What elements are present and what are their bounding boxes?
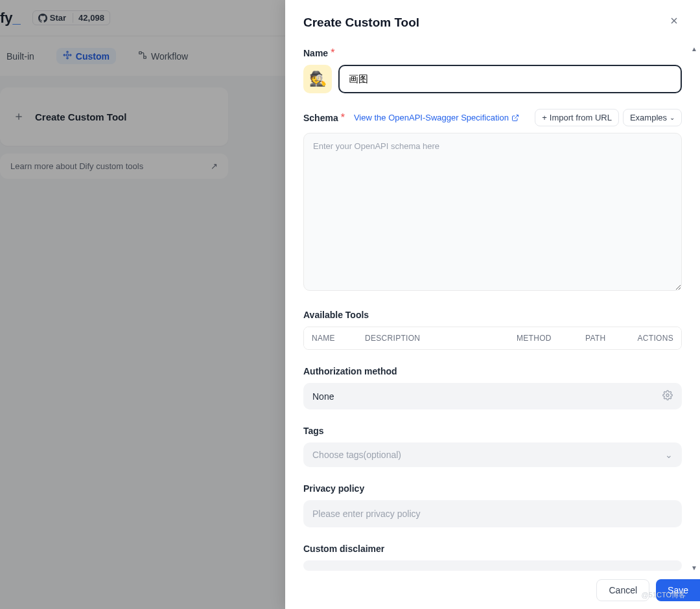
th-description: DESCRIPTION: [365, 334, 517, 343]
available-tools-section: Available Tools NAME DESCRIPTION METHOD …: [303, 309, 682, 350]
disclaimer-section: Custom disclaimer: [303, 543, 682, 571]
tags-selector[interactable]: Choose tags(optional) ⌄: [303, 442, 682, 467]
privacy-policy-input[interactable]: [303, 500, 682, 527]
auth-section: Authorization method None: [303, 365, 682, 409]
tools-table: NAME DESCRIPTION METHOD PATH ACTIONS: [303, 327, 682, 350]
th-path: PATH: [585, 334, 632, 343]
openapi-spec-link[interactable]: View the OpenAPI-Swagger Specification: [354, 113, 519, 122]
svg-line-11: [515, 115, 519, 119]
disclaimer-field[interactable]: [303, 560, 682, 571]
available-tools-label: Available Tools: [303, 310, 369, 320]
examples-dropdown[interactable]: Examples ⌄: [623, 109, 682, 126]
tool-name-input[interactable]: [338, 65, 682, 93]
tags-label: Tags: [303, 426, 324, 436]
privacy-label: Privacy policy: [303, 483, 364, 494]
th-actions: ACTIONS: [632, 334, 673, 343]
required-marker: *: [331, 47, 334, 58]
auth-method-selector[interactable]: None: [303, 383, 682, 409]
modal-footer: Cancel Save: [285, 571, 700, 609]
modal-title: Create Custom Tool: [303, 16, 419, 30]
gear-icon: [662, 390, 673, 402]
th-name: NAME: [312, 334, 365, 343]
schema-textarea[interactable]: [303, 133, 682, 291]
create-tool-modal: Create Custom Tool ▲ Name* 🕵️ Schema* Vi…: [285, 0, 700, 609]
chevron-down-icon: ⌄: [670, 114, 675, 121]
chevron-down-icon: ⌄: [665, 450, 673, 460]
import-from-url-button[interactable]: + Import from URL: [535, 109, 619, 126]
name-section: Name* 🕵️: [303, 47, 682, 93]
auth-value: None: [312, 391, 334, 402]
close-icon: [669, 16, 679, 26]
name-label: Name: [303, 48, 328, 58]
disclaimer-label: Custom disclaimer: [303, 544, 384, 554]
required-marker: *: [341, 112, 345, 123]
auth-label: Authorization method: [303, 366, 397, 376]
schema-label: Schema: [303, 113, 338, 123]
emoji-picker[interactable]: 🕵️: [303, 65, 332, 93]
svg-point-12: [666, 394, 669, 396]
schema-section: Schema* View the OpenAPI-Swagger Specifi…: [303, 109, 682, 293]
external-link-icon: [511, 114, 519, 122]
watermark: @51CTO博客: [642, 590, 686, 600]
th-method: METHOD: [517, 334, 585, 343]
scroll-down-indicator: ▼: [691, 564, 697, 571]
modal-header: Create Custom Tool: [285, 0, 700, 42]
close-button[interactable]: [666, 13, 682, 32]
tags-placeholder: Choose tags(optional): [312, 450, 401, 460]
modal-body: Name* 🕵️ Schema* View the OpenAPI-Swagge…: [285, 42, 700, 571]
tags-section: Tags Choose tags(optional) ⌄: [303, 425, 682, 467]
privacy-section: Privacy policy: [303, 483, 682, 527]
plus-icon: +: [542, 113, 547, 122]
